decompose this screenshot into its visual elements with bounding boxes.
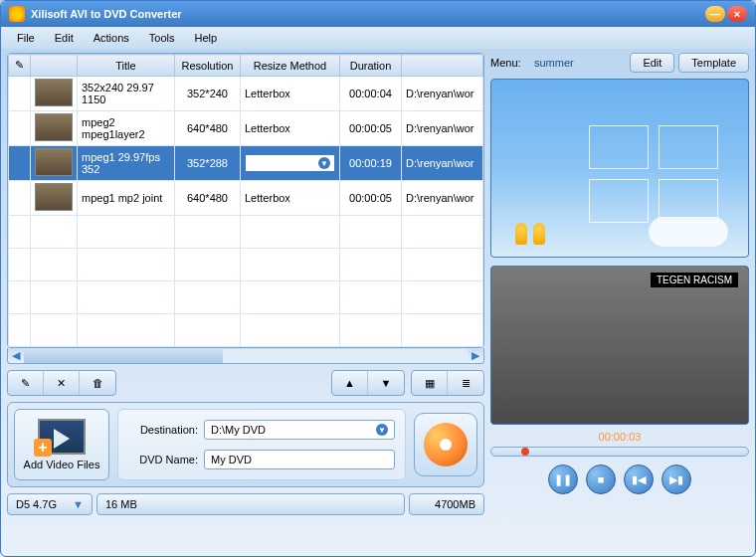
cloud-icon (649, 217, 728, 247)
seek-thumb[interactable] (521, 448, 529, 456)
row-resolution: 352*288 (175, 146, 241, 181)
tulips-icon (515, 223, 545, 245)
minimize-button[interactable]: — (705, 6, 725, 22)
edit-item-button[interactable]: ✎ (8, 371, 44, 395)
chevron-down-icon: ▼ (381, 377, 392, 389)
menu-edit-button[interactable]: Edit (630, 53, 674, 73)
row-resize: Letterbox (241, 111, 340, 146)
chevron-up-icon: ▲ (344, 377, 355, 389)
dvdname-label: DVD Name: (128, 454, 198, 465)
stop-button[interactable]: ■ (586, 464, 616, 494)
thumb-view-button[interactable]: ▦ (412, 371, 448, 395)
menu-preview[interactable] (490, 79, 749, 258)
disc-icon (424, 423, 468, 466)
col-resolution[interactable]: Resolution (175, 55, 241, 77)
used-size-value: 16 MB (105, 498, 137, 510)
menu-file[interactable]: File (7, 29, 45, 47)
menu-template-button[interactable]: Template (678, 53, 749, 73)
col-marker[interactable]: ✎ (9, 55, 31, 77)
row-duration: 00:00:19 (340, 146, 402, 181)
menu-slots (589, 125, 718, 223)
add-video-files-button[interactable]: + Add Video Files (14, 409, 109, 480)
capacity-value: 4700MB (435, 498, 475, 510)
chevron-down-icon: ▼ (376, 424, 388, 436)
menu-edit[interactable]: Edit (45, 29, 84, 47)
thumbnail-icon (35, 183, 73, 211)
menu-header: Menu: summer Edit Template (490, 53, 749, 73)
app-logo-icon (9, 6, 25, 22)
row-marker (9, 181, 31, 216)
video-preview[interactable]: TEGEN RACISM (490, 266, 749, 425)
row-source: D:\renyan\wor (402, 111, 483, 146)
trash-button[interactable]: 🗑 (80, 371, 115, 395)
x-icon: ✕ (57, 377, 66, 390)
add-video-label: Add Video Files (24, 459, 100, 470)
table-row-empty (9, 249, 483, 281)
burn-button[interactable] (414, 413, 477, 476)
resize-dropdown[interactable]: Letterbox▼ (245, 154, 335, 172)
prev-button[interactable]: ▮◀ (624, 464, 654, 494)
resize-value: Letterbox (250, 157, 295, 169)
thumb-view-icon: ▦ (425, 377, 435, 390)
scroll-right-icon[interactable]: ▶ (468, 349, 483, 363)
row-resize[interactable]: Letterbox▼ (241, 146, 340, 181)
table-row[interactable]: 352x240 29.97 1150 352*240 Letterbox 00:… (9, 77, 483, 111)
col-title[interactable]: Title (78, 55, 175, 77)
pause-button[interactable]: ❚❚ (548, 464, 578, 494)
edit-button-group: ✎ ✕ 🗑 (7, 370, 116, 396)
scroll-track[interactable] (24, 349, 468, 363)
row-title: 352x240 29.97 1150 (78, 77, 175, 111)
destination-dropdown[interactable]: D:\My DVD ▼ (204, 420, 395, 440)
move-up-button[interactable]: ▲ (332, 371, 368, 395)
close-button[interactable]: × (727, 6, 747, 22)
menubar: File Edit Actions Tools Help (1, 27, 755, 49)
col-duration[interactable]: Duration (340, 55, 402, 77)
menu-actions[interactable]: Actions (84, 29, 139, 47)
file-grid: ✎ Title Resolution Resize Method Duratio… (7, 53, 484, 348)
table-row[interactable]: mpeg2 mpeg1layer2 640*480 Letterbox 00:0… (9, 111, 483, 146)
col-resize[interactable]: Resize Method (241, 55, 340, 77)
next-button[interactable]: ▶▮ (662, 464, 691, 494)
thumbnail-icon (35, 79, 73, 106)
next-icon: ▶▮ (669, 473, 683, 486)
grid-header: ✎ Title Resolution Resize Method Duratio… (9, 55, 483, 77)
used-size: 16 MB (96, 493, 405, 515)
remove-item-button[interactable]: ✕ (44, 371, 80, 395)
destination-value: D:\My DVD (211, 424, 266, 436)
thumbnail-icon (35, 148, 73, 176)
col-source[interactable] (402, 55, 483, 77)
player-controls: ❚❚ ■ ▮◀ ▶▮ (490, 464, 749, 494)
capacity: 4700MB (409, 493, 484, 515)
menu-help[interactable]: Help (184, 29, 227, 47)
grid-hscroll[interactable]: ◀ ▶ (7, 348, 484, 364)
destination-fields: Destination: D:\My DVD ▼ DVD Name: My DV… (117, 409, 406, 480)
plus-icon: + (34, 439, 52, 457)
table-row[interactable]: mpeg1 29.97fps 352 352*288 Letterbox▼ 00… (9, 146, 483, 181)
timecode: 00:00:03 (490, 431, 749, 443)
app-title: Xilisoft AVI to DVD Converter (31, 8, 182, 20)
row-source: D:\renyan\wor (402, 146, 483, 181)
dvdname-input[interactable]: My DVD (204, 450, 395, 469)
row-resolution: 640*480 (175, 181, 241, 216)
row-title: mpeg1 29.97fps 352 (78, 146, 175, 181)
destination-label: Destination: (128, 424, 198, 436)
stop-icon: ■ (598, 473, 605, 485)
row-resolution: 352*240 (175, 77, 241, 111)
disc-type-dropdown[interactable]: D5 4.7G ▼ (7, 493, 93, 515)
menu-slot (589, 125, 649, 169)
trash-icon: 🗑 (93, 377, 103, 389)
row-resize: Letterbox (241, 77, 340, 111)
scroll-thumb[interactable] (24, 349, 223, 363)
row-marker (9, 111, 31, 146)
status-bar: D5 4.7G ▼ 16 MB 4700MB (7, 493, 484, 515)
scroll-left-icon[interactable]: ◀ (8, 349, 24, 363)
pause-icon: ❚❚ (554, 473, 572, 486)
row-marker (9, 77, 31, 111)
table-row[interactable]: mpeg1 mp2 joint 640*480 Letterbox 00:00:… (9, 181, 483, 216)
menu-tools[interactable]: Tools (139, 29, 185, 47)
seek-bar[interactable] (490, 447, 749, 457)
row-marker (9, 146, 31, 181)
list-view-button[interactable]: ≣ (448, 371, 483, 395)
col-thumb[interactable] (31, 55, 78, 77)
move-down-button[interactable]: ▼ (368, 371, 404, 395)
